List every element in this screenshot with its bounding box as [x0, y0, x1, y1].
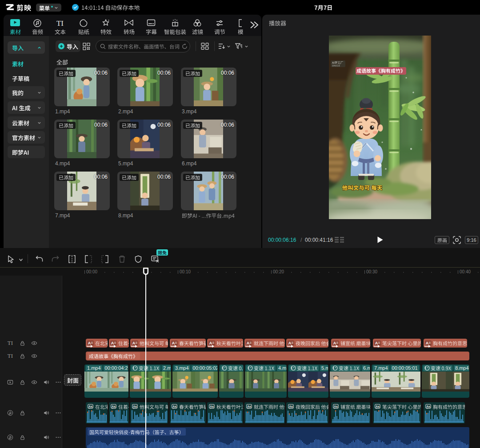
- svg-text:00:00: 00:00: [86, 269, 97, 274]
- svg-text:00:10: 00:10: [180, 269, 191, 274]
- svg-text:00:40: 00:40: [460, 269, 471, 274]
- svg-text:00:30: 00:30: [366, 269, 377, 274]
- svg-text:00:20: 00:20: [273, 269, 284, 274]
- svg-text:TI: TI: [56, 19, 64, 28]
